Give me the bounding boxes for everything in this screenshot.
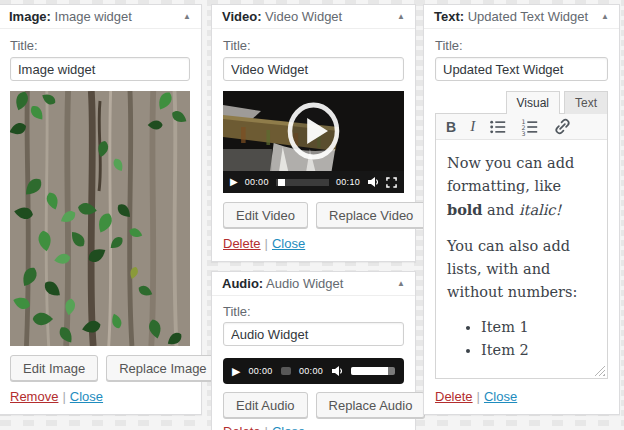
svg-text:3: 3 bbox=[522, 129, 526, 135]
collapse-arrow-icon[interactable]: ▲ bbox=[397, 13, 405, 21]
sidebar-column-2: Video: Video Widget ▲ Title: bbox=[211, 4, 416, 430]
widget-type-label: Video: bbox=[222, 9, 262, 24]
video-play-icon[interactable]: ▶ bbox=[230, 177, 238, 187]
widget-title-label: Updated Text Widget bbox=[464, 9, 588, 24]
link-separator: | bbox=[265, 424, 268, 430]
image-title-input[interactable] bbox=[10, 57, 190, 81]
remove-link[interactable]: Remove bbox=[10, 389, 58, 404]
paragraph: You can also add lists, with and without… bbox=[447, 235, 596, 305]
title-field-label: Title: bbox=[10, 38, 190, 53]
link-separator: | bbox=[265, 236, 268, 251]
replace-video-button[interactable]: Replace Video bbox=[316, 202, 426, 228]
delete-link[interactable]: Delete bbox=[223, 424, 261, 430]
widget-title-label: Video Widget bbox=[262, 9, 343, 24]
video-scrubber-handle[interactable] bbox=[278, 179, 285, 186]
video-current-time: 00:00 bbox=[245, 177, 269, 187]
widget-type-label: Text: bbox=[434, 9, 464, 24]
bold-button[interactable]: B bbox=[446, 119, 456, 135]
bullet-list-icon bbox=[489, 118, 507, 136]
italic-button[interactable]: I bbox=[470, 118, 475, 135]
editor-tabs: Visual Text bbox=[435, 90, 608, 113]
text-widget-body: Title: Visual Text B I 123 bbox=[424, 29, 619, 414]
replace-audio-button[interactable]: Replace Audio bbox=[316, 392, 426, 418]
video-player: ▶ 00:00 00:10 bbox=[223, 91, 404, 193]
collapse-arrow-icon[interactable]: ▲ bbox=[601, 13, 609, 21]
audio-current-time: 00:00 bbox=[248, 366, 272, 376]
audio-button-row: Edit Audio Replace Audio bbox=[223, 392, 404, 418]
text-title-input[interactable] bbox=[435, 57, 608, 81]
text-widget-links: Delete|Close bbox=[435, 389, 608, 404]
widget-title-label: Audio Widget bbox=[263, 276, 343, 291]
video-title-input[interactable] bbox=[223, 57, 404, 81]
close-link[interactable]: Close bbox=[484, 389, 517, 404]
delete-link[interactable]: Delete bbox=[435, 389, 473, 404]
title-field-label: Title: bbox=[435, 38, 608, 53]
editor-content-area[interactable]: Now you can add formatting, like bold an… bbox=[436, 140, 607, 378]
collapse-arrow-icon[interactable]: ▲ bbox=[183, 13, 191, 21]
rich-text-editor: B I 123 Now you can add formatting, like… bbox=[435, 113, 608, 379]
audio-player-bar: ▶ 00:00 00:00 bbox=[223, 358, 404, 384]
image-widget: Image: Image widget ▲ Title: bbox=[0, 4, 202, 415]
audio-widget-body: Title: ▶ 00:00 00:00 Edit Audio Replace … bbox=[212, 296, 415, 430]
edit-video-button[interactable]: Edit Video bbox=[223, 202, 308, 228]
audio-play-icon[interactable]: ▶ bbox=[232, 366, 240, 377]
audio-title-input[interactable] bbox=[223, 322, 404, 346]
fullscreen-icon[interactable] bbox=[386, 177, 397, 188]
link-separator: | bbox=[62, 389, 65, 404]
edit-image-button[interactable]: Edit Image bbox=[10, 355, 98, 381]
video-thumbnail bbox=[223, 91, 404, 171]
list-item: Item 1 bbox=[481, 316, 596, 339]
numbered-list-button[interactable]: 123 bbox=[521, 118, 539, 136]
text-widget-header[interactable]: Text: Updated Text Widget ▲ bbox=[424, 5, 619, 29]
audio-progress-bar[interactable] bbox=[281, 367, 291, 375]
tab-text[interactable]: Text bbox=[564, 91, 608, 114]
video-progress-bar[interactable] bbox=[276, 179, 329, 186]
insert-link-button[interactable] bbox=[553, 117, 572, 136]
paragraph: Now you can add formatting, like bold an… bbox=[447, 152, 596, 223]
image-widget-header[interactable]: Image: Image widget ▲ bbox=[0, 5, 201, 29]
audio-duration: 00:00 bbox=[299, 366, 323, 376]
volume-icon[interactable] bbox=[367, 176, 379, 188]
image-widget-links: Remove|Close bbox=[10, 389, 190, 404]
collapse-arrow-icon[interactable]: ▲ bbox=[397, 280, 405, 288]
video-widget-body: Title: bbox=[212, 29, 415, 261]
close-link[interactable]: Close bbox=[272, 236, 305, 251]
sidebar-column-1: Image: Image widget ▲ Title: bbox=[0, 4, 202, 415]
audio-widget-header[interactable]: Audio: Audio Widget ▲ bbox=[212, 272, 415, 296]
audio-volume-slider[interactable] bbox=[351, 367, 395, 375]
title-field-label: Title: bbox=[223, 304, 404, 319]
link-icon bbox=[553, 117, 572, 136]
widget-type-label: Image: bbox=[9, 9, 51, 24]
sidebar-column-3: Text: Updated Text Widget ▲ Title: Visua… bbox=[423, 4, 620, 415]
title-field-label: Title: bbox=[223, 38, 404, 53]
bold-text: bold bbox=[447, 201, 482, 218]
numbered-list-icon: 123 bbox=[521, 118, 539, 136]
image-button-row: Edit Image Replace Image bbox=[10, 355, 190, 381]
video-widget-header[interactable]: Video: Video Widget ▲ bbox=[212, 5, 415, 29]
volume-icon[interactable] bbox=[331, 365, 343, 377]
widget-type-label: Audio: bbox=[222, 276, 263, 291]
tab-visual[interactable]: Visual bbox=[506, 91, 560, 114]
edit-audio-button[interactable]: Edit Audio bbox=[223, 392, 308, 418]
image-widget-body: Title: bbox=[0, 29, 201, 414]
widget-title-label: Image widget bbox=[51, 9, 132, 24]
replace-image-button[interactable]: Replace Image bbox=[106, 355, 219, 381]
link-separator: | bbox=[477, 389, 480, 404]
video-widget: Video: Video Widget ▲ Title: bbox=[211, 4, 416, 262]
video-duration: 00:10 bbox=[336, 177, 360, 187]
video-button-row: Edit Video Replace Video bbox=[223, 202, 404, 228]
close-link[interactable]: Close bbox=[70, 389, 103, 404]
close-link[interactable]: Close bbox=[272, 424, 305, 430]
delete-link[interactable]: Delete bbox=[223, 236, 261, 251]
bullet-list: Item 1 Item 2 bbox=[481, 316, 596, 362]
ivy-photo bbox=[10, 91, 190, 346]
italic-text: italic! bbox=[519, 202, 561, 218]
bullet-list-button[interactable] bbox=[489, 118, 507, 136]
audio-widget-links: Delete|Close bbox=[223, 424, 404, 430]
text-widget: Text: Updated Text Widget ▲ Title: Visua… bbox=[423, 4, 620, 415]
video-widget-links: Delete|Close bbox=[223, 236, 404, 251]
resize-handle[interactable] bbox=[594, 365, 605, 376]
audio-widget: Audio: Audio Widget ▲ Title: ▶ 00:00 00:… bbox=[211, 271, 416, 430]
video-controls-bar: ▶ 00:00 00:10 bbox=[223, 171, 404, 193]
paragraph: Best yet, you can add links without need… bbox=[447, 375, 596, 379]
